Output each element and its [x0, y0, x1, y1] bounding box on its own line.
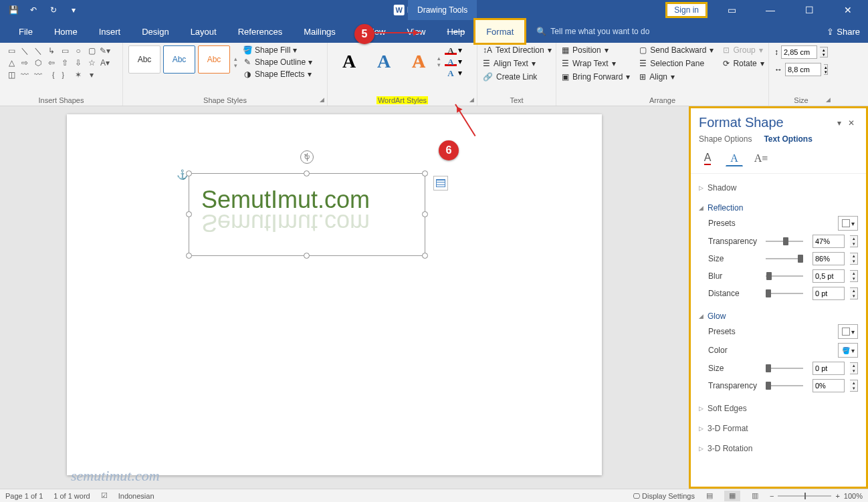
- dialog-launcher-icon[interactable]: ◢: [320, 96, 324, 103]
- shape-style-2[interactable]: Abc: [163, 45, 195, 74]
- dialog-launcher-icon[interactable]: ◢: [469, 96, 474, 103]
- resize-handle[interactable]: [422, 170, 428, 176]
- tab-help[interactable]: Help: [436, 20, 475, 43]
- resize-handle[interactable]: [186, 211, 192, 217]
- section-reflection[interactable]: ◢Reflection: [699, 202, 858, 214]
- shape-outline-button[interactable]: ✎Shape Outline ▾: [243, 57, 312, 67]
- shape-fill-button[interactable]: 🪣Shape Fill ▾: [243, 45, 312, 55]
- view-web-icon[interactable]: ▥: [747, 491, 763, 501]
- value-input[interactable]: [812, 269, 845, 283]
- shape-connector-icon[interactable]: ↳: [45, 46, 58, 55]
- tab-design[interactable]: Design: [131, 20, 179, 43]
- group-button[interactable]: ⊡Group ▾: [723, 45, 764, 55]
- tab-insert[interactable]: Insert: [88, 20, 132, 43]
- tell-me-search[interactable]: 🔍 Tell me what you want to do: [536, 27, 649, 36]
- dialog-launcher-icon[interactable]: ◢: [826, 96, 831, 103]
- shape-line2-icon[interactable]: ＼: [32, 45, 44, 57]
- text-fill-button[interactable]: A▾: [445, 45, 462, 55]
- wrap-text-button[interactable]: ☰Wrap Text ▾: [562, 59, 630, 68]
- gallery-more-icon[interactable]: ▴▾: [437, 55, 441, 68]
- align-button[interactable]: ⊞Align ▾: [639, 72, 714, 82]
- align-text-button[interactable]: ☰Align Text ▾: [483, 59, 550, 68]
- tab-shape-options[interactable]: Shape Options: [699, 134, 752, 144]
- spinner-icon[interactable]: ▴▾: [850, 362, 858, 374]
- minimize-icon[interactable]: —: [757, 0, 784, 20]
- height-input[interactable]: [781, 45, 817, 59]
- value-input[interactable]: [812, 252, 845, 265]
- close-icon[interactable]: ✕: [835, 0, 861, 20]
- selection-pane-button[interactable]: ☰Selection Pane: [639, 59, 714, 68]
- tab-file[interactable]: File: [8, 20, 43, 43]
- document-area[interactable]: ⚓ ↻ SemutImut.com SemutImut.com ↻ semuti…: [0, 106, 689, 489]
- resize-handle[interactable]: [422, 253, 428, 259]
- shape-edit-icon[interactable]: ✎▾: [99, 46, 111, 55]
- width-input[interactable]: [785, 63, 821, 76]
- presets-button[interactable]: ▾: [838, 324, 858, 339]
- redo-icon[interactable]: ↻: [45, 2, 62, 18]
- word-count[interactable]: 1 of 1 word: [53, 492, 90, 500]
- color-button[interactable]: 🪣▾: [838, 343, 858, 358]
- presets-button[interactable]: ▾: [838, 216, 858, 231]
- shape-arrowu-icon[interactable]: ⇧: [59, 58, 71, 68]
- spinner-icon[interactable]: ▴▾: [850, 287, 858, 299]
- shape-rrect-icon[interactable]: ▢: [86, 46, 98, 55]
- share-button[interactable]: ⇪ Share: [827, 27, 860, 37]
- maximize-icon[interactable]: ☐: [796, 0, 823, 20]
- zoom-in-icon[interactable]: +: [835, 492, 839, 500]
- shape-text-icon[interactable]: A▾: [99, 58, 111, 68]
- shape-arrowd-icon[interactable]: ⇩: [72, 58, 84, 68]
- display-settings[interactable]: 🖵 Display Settings: [633, 492, 695, 500]
- resize-handle[interactable]: [422, 211, 428, 217]
- view-read-icon[interactable]: ▤: [701, 491, 718, 501]
- undo-icon[interactable]: ↶: [25, 2, 41, 18]
- shape-curve-icon[interactable]: 〰: [19, 70, 31, 80]
- resize-handle[interactable]: [304, 170, 310, 176]
- shape-brace-icon[interactable]: ｛: [45, 70, 58, 81]
- section-soft-edges[interactable]: ▷Soft Edges: [699, 402, 858, 414]
- shape-cube-icon[interactable]: ◫: [5, 70, 17, 80]
- shapes-gallery[interactable]: ▭＼＼↳▭○▢✎▾ △⇨⬡⇦⇧⇩☆A▾ ◫〰〰｛｝✶▾: [5, 45, 117, 80]
- section-shadow[interactable]: ▷Shadow: [699, 182, 858, 194]
- wordart-selection[interactable]: SemutImut.com SemutImut.com: [189, 173, 425, 256]
- layout-options-button[interactable]: [433, 176, 448, 191]
- shape-style-gallery[interactable]: Abc Abc Abc ▴▾: [128, 45, 237, 79]
- resize-handle[interactable]: [186, 170, 192, 176]
- bring-forward-button[interactable]: ▣Bring Forward ▾: [562, 72, 630, 82]
- section-3d-rotation[interactable]: ▷3-D Rotation: [699, 443, 858, 455]
- ribbon-options-icon[interactable]: ▭: [718, 0, 745, 20]
- pane-options-icon[interactable]: ▾: [834, 118, 845, 128]
- slider[interactable]: [766, 368, 803, 369]
- qat-more-icon[interactable]: ▾: [66, 2, 82, 18]
- wordart-style-3[interactable]: A: [403, 47, 435, 76]
- spinner-icon[interactable]: ▴▾: [850, 270, 858, 282]
- shape-arrowl-icon[interactable]: ⇦: [45, 58, 58, 68]
- resize-handle[interactable]: [186, 253, 192, 259]
- height-field[interactable]: ↕▴▾: [774, 45, 828, 59]
- section-3d-format[interactable]: ▷3-D Format: [699, 422, 858, 434]
- pane-close-icon[interactable]: ✕: [845, 118, 858, 128]
- spinner-icon[interactable]: ▴▾: [850, 235, 858, 247]
- width-field[interactable]: ↔▴▾: [774, 63, 828, 76]
- shape-star2-icon[interactable]: ✶: [72, 70, 84, 80]
- gallery-more-icon[interactable]: ▴▾: [234, 45, 237, 79]
- send-backward-button[interactable]: ▢Send Backward ▾: [639, 45, 714, 55]
- spinner-icon[interactable]: ▴▾: [850, 380, 858, 392]
- rotate-button[interactable]: ⟳Rotate ▾: [723, 59, 764, 68]
- slider[interactable]: [766, 385, 803, 386]
- text-effects-button[interactable]: A▾: [445, 68, 462, 78]
- tab-layout[interactable]: Layout: [180, 20, 227, 43]
- shape-rect-icon[interactable]: ▭: [59, 46, 71, 55]
- text-direction-button[interactable]: ↕AText Direction ▾: [483, 45, 550, 55]
- shape-style-1[interactable]: Abc: [128, 45, 160, 74]
- spinner-icon[interactable]: ▴▾: [850, 253, 858, 265]
- slider[interactable]: [766, 275, 803, 277]
- zoom-slider[interactable]: [778, 495, 831, 497]
- value-input[interactable]: [812, 235, 845, 248]
- page[interactable]: ⚓ ↻ SemutImut.com SemutImut.com ↻: [67, 114, 602, 475]
- wordart-style-2[interactable]: A: [368, 47, 400, 76]
- page-indicator[interactable]: Page 1 of 1: [5, 492, 43, 500]
- slider[interactable]: [766, 241, 803, 242]
- shape-oval-icon[interactable]: ○: [72, 46, 84, 55]
- section-glow[interactable]: ◢Glow: [699, 310, 858, 322]
- wordart-style-1[interactable]: A: [333, 47, 365, 76]
